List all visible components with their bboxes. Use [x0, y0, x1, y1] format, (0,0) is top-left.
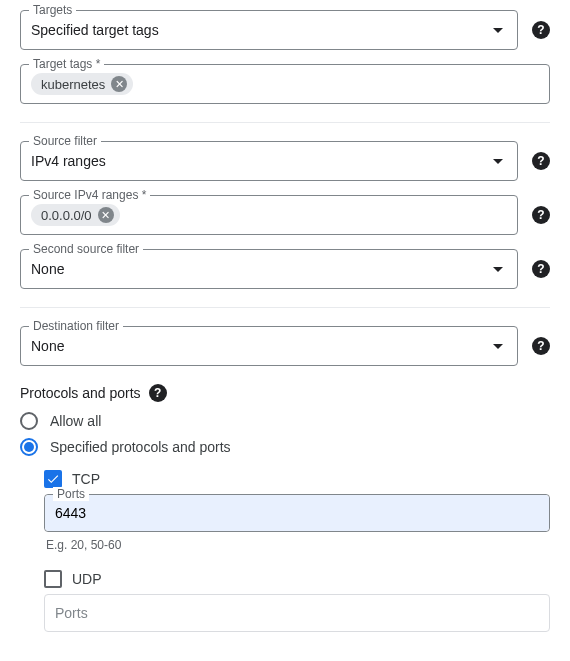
chip-label: kubernetes	[41, 77, 105, 92]
chip-remove-icon[interactable]: ✕	[98, 207, 114, 223]
radio-icon	[20, 412, 38, 430]
udp-label: UDP	[72, 571, 102, 587]
targets-value: Specified target tags	[31, 22, 485, 38]
second-source-filter-dropdown[interactable]: Second source filter None	[20, 249, 518, 289]
udp-checkbox[interactable]: UDP	[44, 570, 550, 588]
tcp-ports-field[interactable]: Ports	[44, 494, 550, 532]
source-filter-dropdown[interactable]: Source filter IPv4 ranges	[20, 141, 518, 181]
allow-all-label: Allow all	[50, 413, 101, 429]
udp-ports-field[interactable]: Ports	[44, 594, 550, 632]
help-icon[interactable]: ?	[149, 384, 167, 402]
radio-icon	[20, 438, 38, 456]
specified-protocols-label: Specified protocols and ports	[50, 439, 231, 455]
chevron-down-icon	[493, 28, 503, 33]
chevron-down-icon	[493, 267, 503, 272]
targets-dropdown[interactable]: Targets Specified target tags	[20, 10, 518, 50]
tcp-checkbox[interactable]: TCP	[44, 470, 550, 488]
chevron-down-icon	[493, 159, 503, 164]
tcp-label: TCP	[72, 471, 100, 487]
target-tags-legend: Target tags *	[29, 57, 104, 71]
tcp-ports-legend: Ports	[53, 487, 89, 501]
help-icon[interactable]: ?	[532, 21, 550, 39]
divider	[20, 122, 550, 123]
second-source-filter-legend: Second source filter	[29, 242, 143, 256]
target-tag-chip: kubernetes ✕	[31, 73, 133, 95]
chevron-down-icon	[493, 344, 503, 349]
source-filter-legend: Source filter	[29, 134, 101, 148]
specified-protocols-radio[interactable]: Specified protocols and ports	[20, 438, 550, 456]
protocols-ports-title: Protocols and ports ?	[20, 384, 550, 402]
allow-all-radio[interactable]: Allow all	[20, 412, 550, 430]
help-icon[interactable]: ?	[532, 206, 550, 224]
destination-filter-dropdown[interactable]: Destination filter None	[20, 326, 518, 366]
tcp-ports-hint: E.g. 20, 50-60	[46, 538, 550, 552]
chip-label: 0.0.0.0/0	[41, 208, 92, 223]
help-icon[interactable]: ?	[532, 337, 550, 355]
help-icon[interactable]: ?	[532, 152, 550, 170]
checkbox-icon	[44, 570, 62, 588]
targets-legend: Targets	[29, 3, 76, 17]
tcp-ports-input[interactable]	[45, 495, 549, 531]
source-filter-value: IPv4 ranges	[31, 153, 485, 169]
help-icon[interactable]: ?	[532, 260, 550, 278]
target-tags-input[interactable]: Target tags * kubernetes ✕	[20, 64, 550, 104]
source-ranges-input[interactable]: Source IPv4 ranges * 0.0.0.0/0 ✕	[20, 195, 518, 235]
chip-remove-icon[interactable]: ✕	[111, 76, 127, 92]
destination-filter-value: None	[31, 338, 485, 354]
source-ranges-legend: Source IPv4 ranges *	[29, 188, 150, 202]
destination-filter-legend: Destination filter	[29, 319, 123, 333]
second-source-filter-value: None	[31, 261, 485, 277]
divider	[20, 307, 550, 308]
udp-ports-placeholder: Ports	[55, 605, 88, 621]
source-range-chip: 0.0.0.0/0 ✕	[31, 204, 120, 226]
checkbox-icon	[44, 470, 62, 488]
